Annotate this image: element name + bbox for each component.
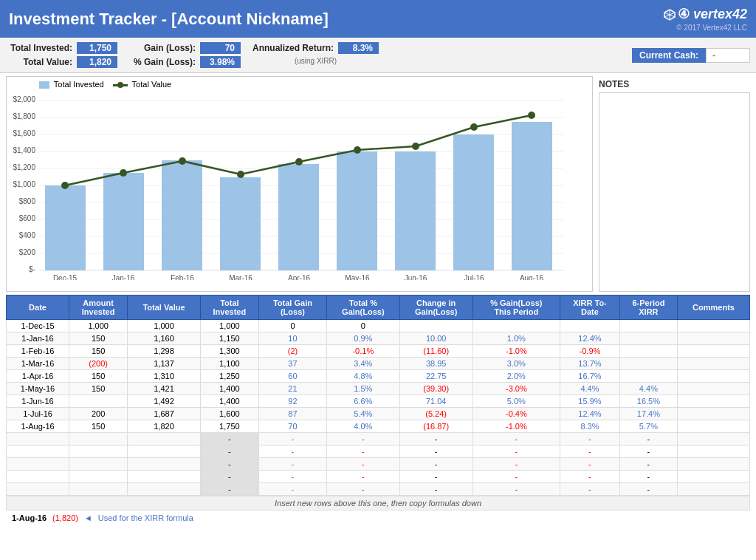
cell-pct_period: 3.0% [472,358,560,370]
chart-notes-section: Total Invested Total Value $2,000 $1,800… [6,76,750,292]
svg-text:Jun-16: Jun-16 [405,274,427,280]
notes-content[interactable] [599,92,750,292]
svg-text:Dec-15: Dec-15 [53,274,78,280]
chart-container: Total Invested Total Value $2,000 $1,800… [6,76,593,292]
cell-total_invested: 1,400 [200,383,258,395]
cell-pct_period [472,320,560,332]
cell-total_invested: - [200,471,258,483]
chart-legend: Total Invested Total Value [39,80,589,89]
cell-amount [69,471,128,483]
cell-amount [69,445,128,458]
svg-text:May-16: May-16 [345,274,370,280]
summary-bar: Total Invested: 1,750 Total Value: 1,820… [0,38,756,73]
svg-text:$1,400: $1,400 [13,146,35,154]
cell-change_gain: - [399,433,472,445]
dot-feb16 [179,157,186,165]
cell-xirr_6: - [619,483,677,496]
cell-xirr_6: - [619,445,677,458]
svg-text:$1,800: $1,800 [13,112,35,120]
cell-total_value: 1,687 [128,408,201,420]
cell-total_gain: 21 [258,383,326,395]
cell-change_gain: (5.24) [399,408,472,420]
cell-change_gain: (16.87) [399,420,472,433]
svg-text:$1,000: $1,000 [13,180,35,188]
cell-total_value [128,433,201,445]
cell-total_value [128,471,201,483]
investment-table: Date AmountInvested Total Value TotalInv… [6,295,750,496]
cell-amount: 150 [69,345,128,358]
cell-change_gain: - [399,483,472,496]
cell-xirr_6 [619,320,677,332]
total-invested-value: 1,750 [77,42,117,54]
cell-date [7,458,69,471]
footer-value: (1,820) [52,513,78,522]
cell-pct_period: - [472,458,560,471]
cell-total_invested: 1,150 [200,332,258,345]
cell-amount: 1,000 [69,320,128,332]
cell-date: 1-Feb-16 [7,345,69,358]
cell-xirr_6 [619,358,677,370]
table-row: 1-Mar-16(200)1,1371,100373.4%38.953.0%13… [7,358,750,370]
bar-aug16 [512,122,552,270]
dot-aug16 [528,112,535,119]
cell-amount: 200 [69,408,128,420]
cell-comments [678,471,750,483]
table-row: ------- [7,433,750,445]
cell-xirr_6: - [619,458,677,471]
cell-change_gain: (39.30) [399,383,472,395]
current-cash-input[interactable] [706,48,750,63]
cell-pct_period: - [472,445,560,458]
cell-pct_period: - [472,433,560,445]
cell-xirr_date: - [560,433,620,445]
cell-xirr_6: - [619,471,677,483]
cell-xirr_date: 16.7% [560,370,620,383]
cell-xirr_date: 12.4% [560,408,620,420]
cell-pct_period: 1.0% [472,332,560,345]
cell-total_pct: 3.4% [326,358,399,370]
cell-date: 1-Mar-16 [7,358,69,370]
gain-loss-label: Gain (Loss): [129,43,196,53]
page-title: Investment Tracker - [Account Nickname] [9,10,329,29]
bar-feb16 [162,160,202,270]
cell-total_pct: - [326,445,399,458]
footer-insert-table: Insert new rows above this one, then cop… [6,496,750,511]
cell-total_gain: 10 [258,332,326,345]
cell-pct_period: 5.0% [472,395,560,408]
cell-change_gain: 71.04 [399,395,472,408]
logo-text: ④ vertex42 [663,6,747,22]
cell-total_invested: - [200,433,258,445]
cell-date: 1-Apr-16 [7,370,69,383]
logo-section: ④ vertex42 © 2017 Vertex42 LLC [663,6,747,32]
cell-xirr_date: -0.9% [560,345,620,358]
cell-total_invested: 1,000 [200,320,258,332]
cell-amount [69,458,128,471]
table-row: ------- [7,458,750,471]
cell-xirr_6 [619,370,677,383]
cell-comments [678,320,750,332]
col-total-gain: Total Gain(Loss) [258,296,326,320]
cell-total_invested: 1,250 [200,370,258,383]
svg-text:Aug-16: Aug-16 [520,274,544,280]
cell-change_gain: - [399,471,472,483]
col-comments: Comments [678,296,750,320]
svg-text:Feb-16: Feb-16 [171,274,194,280]
cell-pct_period: - [472,483,560,496]
cell-comments [678,445,750,458]
cell-amount: 150 [69,420,128,433]
cell-date: 1-Dec-15 [7,320,69,332]
col-change-gain: Change inGain(Loss) [399,296,472,320]
gain-loss-value: 70 [200,42,241,54]
cell-total_pct: - [326,433,399,445]
cell-xirr_6: 16.5% [619,395,677,408]
svg-text:Jul-16: Jul-16 [464,274,484,280]
cell-change_gain: - [399,445,472,458]
cell-total_gain: 70 [258,420,326,433]
table-row: 1-Dec-151,0001,0001,00000 [7,320,750,332]
cell-date: 1-Jun-16 [7,395,69,408]
pct-gain-loss-label: % Gain (Loss): [129,57,196,67]
data-table-section: Date AmountInvested Total Value TotalInv… [6,295,750,525]
dot-jan16 [120,169,127,177]
notes-title: NOTES [599,76,750,92]
cell-total_pct: - [326,458,399,471]
table-row: 1-Jul-162001,6871,600875.4%(5.24)-0.4%12… [7,408,750,420]
